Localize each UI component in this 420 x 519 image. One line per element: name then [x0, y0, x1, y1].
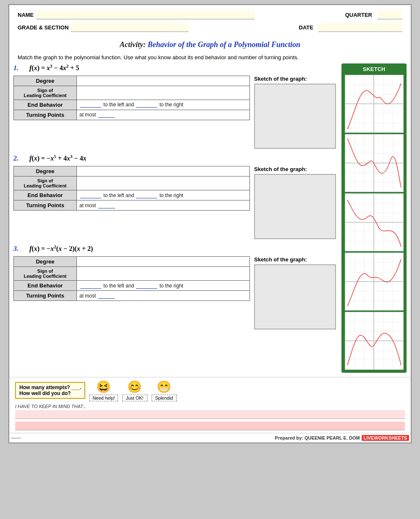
degree-label-3: Degree: [36, 258, 54, 265]
emoji-justok-label: Just OK!: [122, 395, 147, 401]
sidebar-graph-1: [345, 75, 404, 133]
problem-2: 2. f(x) = −x5 + 4x3 − 4x Degree Sign ofL…: [13, 154, 338, 239]
footer-section: How many attempts? ___. How well did you…: [9, 377, 411, 433]
sketch-label-3: Sketch of the graph:: [254, 256, 338, 263]
page-bottom: —— Prepared by: QUEENIE PEARL E. DOM LIV…: [9, 433, 411, 443]
main-content: 1. f(x) = x3 − 4x2 + 5 Degree Sign ofLea…: [9, 63, 411, 377]
attempts-box: How many attempts? ___. How well did you…: [15, 382, 85, 399]
turning-value-1: at most: [77, 110, 250, 120]
problem-1-row: Degree Sign ofLeading Coefficient End Be…: [13, 76, 338, 149]
reminder-input-2[interactable]: [15, 422, 405, 430]
problem-1: 1. f(x) = x3 − 4x2 + 5 Degree Sign ofLea…: [13, 63, 338, 149]
problem-1-number: 1.: [13, 64, 18, 72]
prepared-by: Prepared by: QUEENIE PEARL E. DOM: [275, 435, 360, 440]
turning-value-2: at most: [77, 200, 250, 211]
sketch-box-2: [254, 174, 336, 239]
turning-value-3: at most: [77, 291, 250, 301]
sidebar-graph-4: [345, 253, 404, 311]
problem-2-row: Degree Sign ofLeading Coefficient End Be…: [13, 166, 338, 239]
reminder-input[interactable]: [15, 410, 405, 419]
problem-3-table: Degree Sign ofLeading Coefficient End Be…: [13, 256, 250, 301]
problem-3-row: Degree Sign ofLeading Coefficient End Be…: [13, 256, 338, 329]
turning-label-3: Turning Points: [26, 292, 64, 299]
turning-label-1: Turning Points: [26, 112, 64, 118]
date-input[interactable]: [318, 23, 402, 32]
problem-2-sketch-area: Sketch of the graph:: [254, 166, 338, 239]
degree-label-2: Degree: [36, 168, 54, 174]
sign-label-1: Sign ofLeading Coefficient: [14, 86, 77, 100]
name-label: NAME: [18, 12, 34, 18]
sign-value-2: [77, 177, 250, 190]
attempts-line1: How many attempts? ___.: [19, 385, 81, 390]
sign-value-3: [77, 267, 250, 281]
reminder-label: I HAVE TO KEEP IN MIND THAT...: [15, 404, 405, 409]
problem-3: 3. f(x) = −x2(x − 2)(x + 2) Degree Sign …: [13, 244, 338, 329]
emoji-splendid-face: 😁: [157, 380, 171, 394]
grade-label: GRADE & SECTION: [18, 24, 68, 31]
problem-3-formula: f(x) = −x2(x − 2)(x + 2): [29, 244, 93, 253]
sketch-sidebar-title: SKETCH: [360, 65, 388, 73]
name-input[interactable]: [36, 10, 255, 19]
end-behavior-value-2: to the left and to the right: [77, 190, 250, 200]
emoji-needhelp-label: Need help!: [89, 395, 118, 401]
title-section: Activity: Behavior of the Graph of a Pol…: [9, 39, 411, 52]
activity-main: Behavior of the Graph of a Polynomial Fu…: [147, 40, 300, 49]
sign-value-1: [77, 86, 250, 100]
footer-row: How many attempts? ___. How well did you…: [15, 380, 405, 401]
activity-prefix: Activity:: [120, 40, 147, 49]
sketch-sidebar: SKETCH: [341, 63, 407, 373]
attempts-line2: How well did you do?: [19, 390, 81, 396]
worksheet-page: NAME QUARTER GRADE & SECTION DATE Activi…: [8, 4, 412, 443]
emoji-needhelp: 😆 Need help!: [89, 380, 118, 401]
problem-1-sketch-area: Sketch of the graph:: [254, 76, 338, 149]
emoji-justok: 😊 Just OK!: [122, 380, 147, 401]
emoji-justok-face: 😊: [127, 380, 142, 394]
problem-2-formula: f(x) = −x5 + 4x3 − 4x: [29, 154, 87, 162]
sign-label-2: Sign ofLeading Coefficient: [14, 177, 77, 190]
quarter-input[interactable]: [377, 10, 402, 19]
sidebar-graph-5: [345, 312, 404, 370]
degree-value-3: [77, 257, 250, 267]
instructions: Match the graph to the polynomial functi…: [9, 52, 411, 63]
problem-1-formula: f(x) = x3 − 4x2 + 5: [29, 63, 79, 72]
sketch-box-3: [254, 264, 336, 329]
emoji-needhelp-face: 😆: [96, 380, 111, 394]
end-behavior-label-1: End Behavior: [28, 102, 63, 108]
end-behavior-label-2: End Behavior: [28, 192, 63, 198]
sidebar-graph-2: [345, 134, 404, 192]
end-behavior-label-3: End Behavior: [28, 282, 63, 289]
end-behavior-value-1: to the left and to the right: [77, 100, 250, 110]
problem-3-sketch-area: Sketch of the graph:: [254, 256, 338, 329]
turning-label-2: Turning Points: [26, 202, 64, 208]
sidebar-graph-3: [345, 193, 404, 251]
date-label: DATE: [299, 24, 313, 31]
problem-3-number: 3.: [13, 245, 18, 253]
degree-value-2: [77, 166, 250, 177]
header-section: NAME QUARTER GRADE & SECTION DATE: [9, 5, 411, 39]
activity-title: Activity: Behavior of the Graph of a Pol…: [18, 40, 402, 49]
sketch-label-1: Sketch of the graph:: [254, 76, 338, 82]
left-content: 1. f(x) = x3 − 4x2 + 5 Degree Sign ofLea…: [13, 63, 341, 373]
end-behavior-value-3: to the left and to the right: [77, 281, 250, 291]
grade-input[interactable]: [71, 23, 189, 32]
degree-label-1: Degree: [36, 78, 54, 84]
problem-1-table: Degree Sign ofLeading Coefficient End Be…: [13, 76, 250, 120]
problem-2-table: Degree Sign ofLeading Coefficient End Be…: [13, 166, 250, 211]
liveworksheets-badge: LIVEWORKSHEETS: [362, 435, 409, 441]
emoji-splendid: 😁 Splendid: [152, 380, 177, 401]
sign-label-3: Sign ofLeading Coefficient: [14, 267, 77, 281]
sketch-box-1: [254, 84, 336, 149]
emoji-splendid-label: Splendid: [152, 395, 177, 401]
quarter-label: QUARTER: [345, 12, 372, 18]
sketch-label-2: Sketch of the graph:: [254, 166, 338, 172]
degree-value-1: [77, 76, 250, 86]
problem-2-number: 2.: [13, 155, 18, 162]
